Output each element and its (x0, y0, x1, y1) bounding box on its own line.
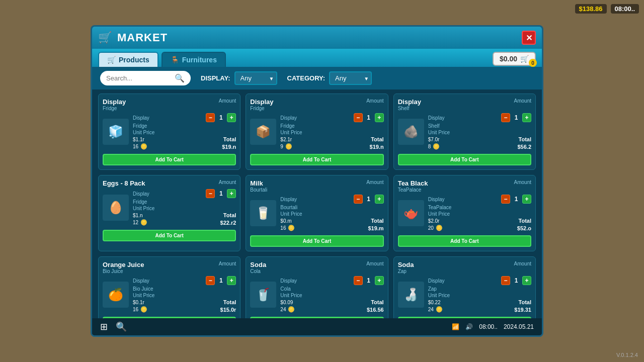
card-body: 🍊 Display − 1 + Bio Juice Unit Price (103, 276, 236, 313)
increase-btn[interactable]: + (375, 276, 384, 285)
product-card: Display Shelf Amount 🪨 Display − 1 + She… (393, 94, 536, 170)
category-select[interactable]: Any Fridge Shelf Counter (329, 71, 372, 85)
display-type-label: Bio Juice (133, 286, 153, 292)
amount-value: 1 (512, 196, 520, 203)
tab-products[interactable]: 🛒 Products (98, 52, 158, 67)
display-type-label: Fridge (280, 123, 294, 129)
product-image: 🥤 (250, 282, 276, 308)
total-value: Total (371, 218, 383, 224)
display-select-wrapper[interactable]: Any Fridge Shelf Counter (234, 71, 277, 85)
search-box[interactable]: 🔍 (100, 71, 191, 85)
total-value: Total (519, 218, 531, 224)
search-input[interactable] (106, 74, 172, 82)
decrease-btn[interactable]: − (501, 195, 510, 204)
product-card: Display Fridge Amount 🧊 Display − 1 + Fr… (98, 94, 240, 170)
increase-btn[interactable]: + (227, 189, 236, 198)
stock-row: 12 🪙 (133, 219, 147, 226)
decrease-btn[interactable]: − (354, 276, 363, 285)
amount-controls: − 1 + (354, 276, 384, 285)
price-value-row: $7.0r Total (428, 136, 531, 142)
display-select[interactable]: Any Fridge Shelf Counter (234, 71, 277, 85)
unit-price-row: Unit Price (428, 211, 531, 217)
display-type-label: Bourtali (280, 205, 297, 210)
increase-btn[interactable]: + (522, 195, 531, 204)
unit-price-label: Unit Price (280, 211, 302, 217)
stock-value: 8 (428, 144, 431, 149)
amount-controls: − 1 + (501, 195, 531, 204)
decrease-btn[interactable]: − (206, 276, 215, 285)
modal-titlebar: 🛒 MARKET ✕ (92, 27, 542, 49)
sound-icon: 🔊 (465, 323, 473, 330)
unit-price-value: $2.0r (428, 218, 440, 224)
unit-price-label: Unit Price (280, 130, 302, 135)
decrease-btn[interactable]: − (206, 189, 215, 198)
add-to-cart-button[interactable]: Add To Cart (103, 230, 236, 241)
display-type-row: Fridge (133, 199, 236, 205)
unit-price-label: Unit Price (280, 293, 302, 298)
display-type-label: Zap (428, 286, 437, 292)
card-body: 🍶 Display − 1 + Zap Unit Price (398, 276, 531, 313)
unit-price-row: Unit Price (133, 206, 236, 211)
stock-value: 12 (133, 220, 138, 225)
unit-price-label: Unit Price (133, 293, 154, 298)
increase-btn[interactable]: + (375, 195, 384, 204)
product-card: Soda Zap Amount 🍶 Display − 1 + Zap (393, 256, 536, 318)
coin-icon: 🪙 (288, 306, 295, 313)
card-header: Orange Juice Bio Juice Amount (103, 261, 236, 274)
increase-btn[interactable]: + (227, 276, 236, 285)
grid-icon[interactable]: ⊞ (100, 321, 108, 332)
stock-row: 16 🪙 (133, 306, 147, 313)
products-tab-icon: 🛒 (107, 56, 116, 64)
add-to-cart-button[interactable]: Add To Cart (250, 154, 383, 165)
unit-price-row: Unit Price (133, 130, 236, 135)
decrease-btn[interactable]: − (501, 276, 510, 285)
decrease-btn[interactable]: − (501, 113, 510, 122)
display-type-row: TeaPalace (428, 205, 531, 210)
cart-button[interactable]: $0.00 🛒 0 (493, 52, 536, 66)
coin-icon: 🪙 (436, 306, 443, 313)
decrease-btn[interactable]: − (206, 113, 215, 122)
product-image: 🧊 (103, 119, 129, 145)
add-to-cart-button[interactable]: Add To Cart (398, 235, 531, 247)
bottom-time: 08:00.. (479, 323, 498, 330)
decrease-btn[interactable]: − (354, 195, 363, 204)
product-details: Display − 1 + Bio Juice Unit Price $0.1r… (133, 276, 236, 313)
amount-label: Amount (366, 98, 383, 104)
product-name: Orange Juice (103, 261, 144, 268)
display-row: Display − 1 + (280, 276, 383, 285)
tab-furnitures[interactable]: 🪑 Furnitures (162, 52, 226, 67)
coin-icon: 🪙 (140, 306, 147, 313)
stock-value: 24 (428, 307, 434, 312)
price-value-row: $0.09 Total (280, 299, 383, 305)
hud-money: $138.86 (575, 4, 607, 14)
card-body: 📦 Display − 1 + Fridge Unit Price (250, 113, 383, 150)
increase-btn[interactable]: + (522, 113, 531, 122)
card-header: Milk Bourtali Amount (250, 179, 383, 193)
product-card: Orange Juice Bio Juice Amount 🍊 Display … (98, 256, 240, 318)
price-value-row: $0.22 Total (428, 299, 531, 305)
amount-value: 1 (365, 277, 373, 284)
unit-price-value: $1.n (133, 213, 142, 218)
category-select-wrapper[interactable]: Any Fridge Shelf Counter (329, 71, 372, 85)
add-to-cart-button[interactable]: Add To Cart (398, 154, 531, 165)
display-row: Display − 1 + (133, 189, 236, 198)
bottom-icons: ⊞ 🔍 (100, 321, 127, 332)
decrease-btn[interactable]: − (354, 113, 363, 122)
increase-btn[interactable]: + (522, 276, 531, 285)
total-amount: $16.56 (367, 307, 384, 313)
stock-row: 24 🪙 (428, 306, 443, 313)
search-bottom-icon[interactable]: 🔍 (116, 321, 127, 332)
product-name: Display (250, 98, 273, 106)
total-amount: $15.0r (220, 307, 236, 313)
product-details: Display − 1 + Bourtali Unit Price $0.m T… (280, 195, 383, 231)
market-title: MARKET (117, 31, 168, 44)
close-button[interactable]: ✕ (522, 31, 536, 45)
amount-controls: − 1 + (501, 113, 531, 122)
card-body: 🧊 Display − 1 + Fridge Unit Price (103, 113, 236, 150)
display-type-label: Shelf (428, 123, 440, 129)
increase-btn[interactable]: + (375, 113, 384, 122)
add-to-cart-button[interactable]: Add To Cart (103, 154, 236, 165)
display-label: Display (280, 278, 297, 284)
add-to-cart-button[interactable]: Add To Cart (250, 235, 383, 247)
increase-btn[interactable]: + (227, 113, 236, 122)
